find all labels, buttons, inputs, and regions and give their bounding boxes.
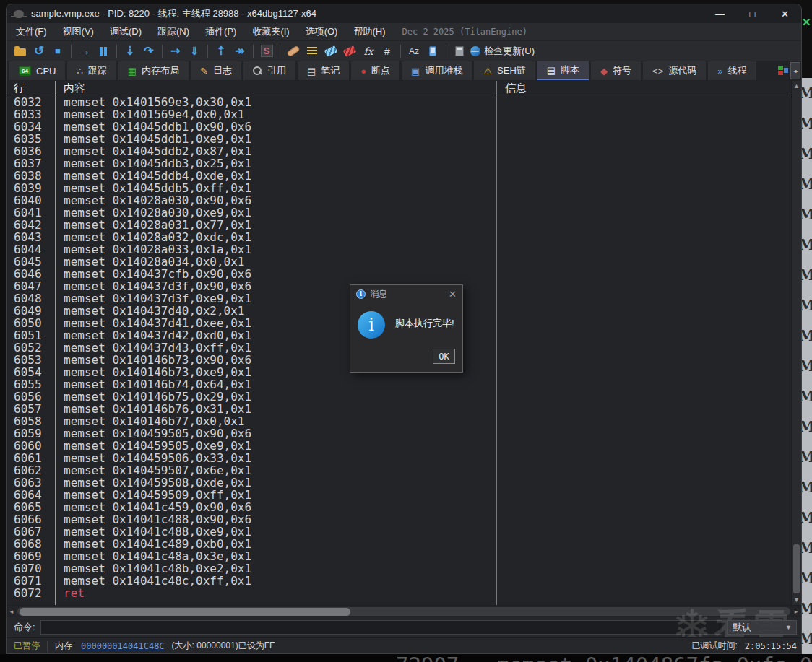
table-row[interactable]: 6057memset 0x140146b76,0x31,0x1	[7, 403, 496, 415]
tab-log[interactable]: ✎日志	[191, 61, 241, 80]
ok-button[interactable]: OK	[433, 349, 455, 364]
table-row[interactable]: 6039memset 0x14045ddb5,0xff,0x1	[7, 182, 496, 194]
table-row[interactable]: 6068memset 0x14041c489,0xb0,0x1	[7, 538, 496, 550]
comment-button[interactable]	[303, 43, 321, 60]
table-row[interactable]: 6045memset 0x14028a034,0x0,0x1	[7, 256, 496, 268]
table-row[interactable]: 6065memset 0x14041c459,0x90,0x6	[7, 501, 496, 513]
horizontal-scroll-track[interactable]	[17, 607, 790, 616]
stop-button[interactable]: ■	[48, 43, 67, 60]
table-row[interactable]: 6064memset 0x140459509,0xff,0x1	[7, 489, 496, 501]
tab-notes[interactable]: ▤笔记	[298, 61, 349, 80]
table-row[interactable]: 6059memset 0x140459505,0x90,0x6	[7, 427, 496, 440]
tab-cpu[interactable]: 64CPU	[9, 61, 65, 80]
column-header-line[interactable]: 行	[14, 82, 25, 95]
menu-trace[interactable]: 跟踪(N)	[150, 23, 197, 40]
restart-button[interactable]: ↺	[30, 43, 48, 60]
horizontal-scrollbar[interactable]: ◂ ▸	[7, 605, 801, 617]
text-encoding-button[interactable]: Az	[405, 43, 423, 60]
maximize-button[interactable]: □	[736, 4, 769, 23]
patch-button[interactable]	[284, 43, 303, 60]
script-toggle-button[interactable]: S	[257, 43, 276, 60]
table-row[interactable]: 6042memset 0x14028a031,0x77,0x1	[7, 219, 496, 231]
device-button[interactable]	[423, 43, 442, 60]
table-row[interactable]: 6060memset 0x140459505,0xe9,0x1	[7, 440, 496, 452]
column-header-info[interactable]: 信息	[505, 82, 527, 95]
tab-breakpoints[interactable]: ●断点	[351, 61, 399, 80]
table-row[interactable]: 6063memset 0x140459508,0xde,0x1	[7, 476, 496, 489]
scroll-right-arrow-icon[interactable]: ▸	[791, 606, 801, 617]
menu-plugins[interactable]: 插件(P)	[197, 23, 244, 40]
menu-favourites[interactable]: 收藏夹(I)	[244, 23, 297, 40]
scroll-up-arrow-icon[interactable]: ▲	[792, 81, 801, 91]
tab-scroll-controls[interactable]: ◂▸	[790, 62, 800, 79]
table-row[interactable]: 6056memset 0x140146b75,0x29,0x1	[7, 391, 496, 403]
tab-source[interactable]: <>源代码	[643, 61, 706, 80]
table-row[interactable]: 6035memset 0x14045ddb1,0xe9,0x1	[7, 133, 496, 145]
table-row[interactable]: 6038memset 0x14045ddb4,0xde,0x1	[7, 170, 496, 182]
table-row[interactable]: 6043memset 0x14028a032,0xdc,0x1	[7, 231, 496, 243]
tab-call-stack[interactable]: ▣调用堆栈	[402, 61, 472, 80]
calculator-button[interactable]	[450, 43, 469, 60]
menu-view[interactable]: 视图(V)	[55, 23, 102, 40]
step-out-button[interactable]: ⇡	[212, 43, 230, 60]
table-row[interactable]: 6072ret	[7, 587, 496, 599]
table-row[interactable]: 6044memset 0x14028a033,0x1a,0x1	[7, 243, 496, 256]
step-over-button[interactable]: ↷	[139, 43, 158, 60]
table-row[interactable]: 6036memset 0x14045ddb2,0x87,0x1	[7, 145, 496, 157]
pause-button[interactable]	[94, 43, 113, 60]
table-row[interactable]: 6037memset 0x14045ddb3,0x25,0x1	[7, 157, 496, 170]
table-row[interactable]: 6062memset 0x140459507,0x6e,0x1	[7, 464, 496, 476]
tab-detach-icon[interactable]	[778, 66, 789, 76]
table-row[interactable]: 6033memset 0x1401569e4,0x0,0x1	[7, 108, 496, 121]
run-to-user-code-button[interactable]: ↠	[230, 43, 249, 60]
label-button[interactable]	[321, 43, 340, 60]
close-button[interactable]: ✕	[769, 4, 801, 23]
profile-dropdown[interactable]: 默认 ▼	[727, 620, 797, 635]
tab-trace[interactable]: ∴跟踪	[67, 61, 116, 80]
skip-button[interactable]: ⇓	[185, 43, 204, 60]
open-file-button[interactable]	[11, 43, 30, 60]
minimize-button[interactable]: —	[704, 4, 736, 23]
menu-help[interactable]: 帮助(H)	[345, 23, 393, 40]
tab-threads[interactable]: »线程	[708, 61, 756, 80]
table-row[interactable]: 6055memset 0x140146b74,0x64,0x1	[7, 378, 496, 391]
tab-references[interactable]: 引用	[243, 61, 295, 80]
tab-memory-map[interactable]: ▦内存布局	[118, 61, 189, 80]
menu-file[interactable]: 文件(F)	[8, 23, 55, 40]
dialog-close-icon[interactable]: ✕	[449, 289, 457, 300]
table-row[interactable]: 6032memset 0x1401569e3,0x30,0x1	[7, 96, 496, 108]
table-row[interactable]: 6071memset 0x14041c48c,0xff,0x1	[7, 575, 496, 587]
table-row[interactable]: 6040memset 0x14028a030,0x90,0x6	[7, 194, 496, 206]
table-row[interactable]: 6058memset 0x140146b77,0x0,0x1	[7, 415, 496, 427]
table-row[interactable]: 6034memset 0x14045ddb1,0x90,0x6	[7, 121, 496, 133]
table-row[interactable]: 6067memset 0x14041c488,0xe9,0x1	[7, 526, 496, 538]
update-button[interactable]: 检查更新(U)	[469, 43, 536, 60]
animate-into-button[interactable]: ⇢	[166, 43, 185, 60]
table-row[interactable]: 6070memset 0x14041c48b,0xe2,0x1	[7, 562, 496, 575]
step-into-button[interactable]: ⇣	[121, 43, 139, 60]
vertical-scroll-thumb[interactable]	[793, 544, 800, 593]
command-input[interactable]	[40, 620, 722, 635]
table-row[interactable]: 6046memset 0x140437cfb,0x90,0x6	[7, 268, 496, 280]
scroll-left-arrow-icon[interactable]: ◂	[7, 606, 17, 617]
menu-options[interactable]: 选项(O)	[298, 23, 346, 40]
table-row[interactable]: 6069memset 0x14041c48a,0x3e,0x1	[7, 550, 496, 562]
column-header-content[interactable]: 内容	[64, 82, 85, 95]
hash-button[interactable]: #	[378, 43, 397, 60]
function-button[interactable]: fx	[359, 43, 378, 60]
row-content: ret	[55, 587, 85, 599]
table-row[interactable]: 6041memset 0x14028a030,0xe9,0x1	[7, 206, 496, 219]
vertical-scrollbar[interactable]: ▲ ▼	[791, 81, 801, 605]
panel-splitter[interactable]	[496, 81, 497, 605]
status-address-link[interactable]: 000000014041C48C	[81, 641, 165, 651]
breakpoint-button[interactable]	[340, 43, 359, 60]
table-row[interactable]: 6066memset 0x14041c488,0x90,0x6	[7, 513, 496, 526]
run-button[interactable]: →	[75, 43, 94, 60]
table-row[interactable]: 6061memset 0x140459506,0x33,0x1	[7, 452, 496, 464]
horizontal-scroll-thumb[interactable]	[20, 608, 350, 616]
tab-symbols[interactable]: ◆符号	[591, 61, 641, 80]
menu-debug[interactable]: 调试(D)	[102, 23, 150, 40]
scroll-down-arrow-icon[interactable]: ▼	[792, 595, 801, 605]
tab-script[interactable]: ▤脚本	[537, 61, 589, 80]
tab-seh[interactable]: ⚠SEH链	[474, 61, 535, 80]
